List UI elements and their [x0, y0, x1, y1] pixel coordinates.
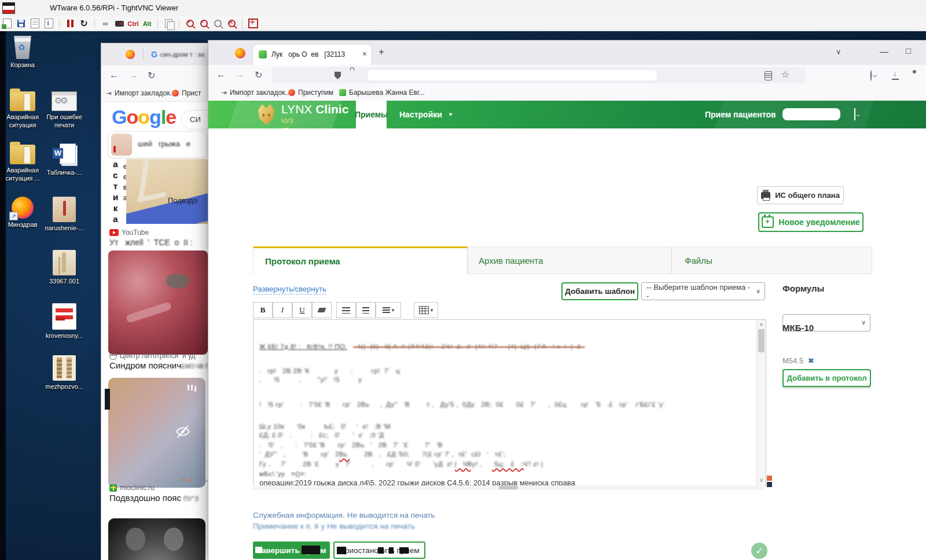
back-icon[interactable]: ←	[109, 70, 119, 80]
zoom-in-icon[interactable]: +	[185, 19, 195, 29]
calendar-plus-icon	[762, 216, 774, 228]
desktop-icon-narushenie[interactable]: narushenie-...	[44, 197, 84, 233]
minimize-icon[interactable]: —	[880, 46, 888, 56]
result-title-blurred[interactable]: Ут жлеll ' ТСЕ о II :	[109, 238, 193, 247]
google-search-box[interactable]: СИ	[181, 110, 208, 130]
editor-hscrollbar[interactable]	[253, 485, 765, 490]
nav-receptions[interactable]: Приемы	[356, 101, 387, 128]
search-suggestion-row[interactable]: шей грыжа е	[108, 131, 207, 158]
refresh-icon[interactable]: ↻	[79, 19, 89, 29]
reload-icon[interactable]: ↻	[255, 69, 262, 80]
result2-title[interactable]: Синдром поясничЕМО ЧВ ПО	[109, 360, 208, 370]
shield-icon[interactable]	[335, 72, 341, 79]
note-link[interactable]: Примечание к п. ё у Не выводится на печа…	[253, 522, 415, 530]
new-tab-icon[interactable]: +	[379, 46, 384, 58]
general-plan-button[interactable]: ИС общего плана	[757, 186, 844, 204]
printer-icon	[761, 192, 770, 199]
desktop-icon-33967[interactable]: 33967.001	[44, 250, 84, 286]
service-info-link[interactable]: Служебная информация. Не выводится на пе…	[253, 511, 435, 520]
anatomy-muscle-image[interactable]	[108, 250, 208, 355]
fullscreen-icon[interactable]	[248, 19, 258, 29]
scroll-up-icon[interactable]: ˄	[757, 322, 766, 328]
reload-icon[interactable]: ↻	[148, 70, 155, 81]
protocol-editor[interactable]: Ж 6Б! 7д 8! : КгВ!я, !! ПО.–4{{ {6}– 9[ …	[253, 319, 766, 486]
new-notification-button[interactable]: Новое уведомление	[758, 212, 863, 232]
tab-files[interactable]: Файлы	[671, 246, 872, 274]
pocket-icon[interactable]	[870, 70, 872, 81]
zoom-out-icon[interactable]: −	[199, 19, 209, 29]
finish-reception-button[interactable]: Завершить прием	[253, 541, 330, 559]
censored-image[interactable]	[108, 378, 205, 488]
bookmark-barysheva[interactable]: Барышева Жанна Евг...	[339, 89, 425, 97]
connection-options-icon[interactable]: ∞	[100, 19, 111, 29]
active-browser-tab[interactable]: Лук орь О ев [32113 ×	[253, 45, 372, 65]
source-row-youtube[interactable]: YouTube	[109, 229, 149, 237]
expand-collapse-link[interactable]: Развернуть/свернуть	[253, 285, 326, 294]
scroll-down-icon[interactable]: ˅	[757, 477, 766, 484]
bookmark-star-icon[interactable]: ☆	[781, 69, 789, 80]
editor-toolbar: B I U ▾ ▾	[253, 302, 438, 318]
ctrl-key-button[interactable]: Ctrl	[128, 19, 138, 29]
forward-icon[interactable]: →	[235, 69, 244, 80]
align-button[interactable]: ▾	[376, 302, 401, 318]
address-bar[interactable]: ☆	[272, 67, 806, 83]
source-row-mioclinic[interactable]: mioclinic.ru	[109, 484, 155, 492]
background-browser-window: G син-дром т : за ← → ↻ ⇥Импорт закладок…	[101, 43, 208, 560]
desktop-icon-recycle-bin[interactable]: Корзина	[2, 36, 43, 69]
recycle-bin-icon	[13, 36, 32, 59]
hscrollbar-thumb[interactable]	[499, 486, 518, 489]
italic-button[interactable]: I	[273, 302, 292, 318]
patient-reception-menu[interactable]: Прием пациентов▼	[705, 101, 787, 128]
desktop-icon-word-doc[interactable]: Табличка-...	[44, 143, 84, 177]
add-to-protocol-button[interactable]: Добавить в протокол	[782, 369, 871, 387]
alt-key-button[interactable]: Alt	[142, 19, 152, 29]
desktop-icon-emergency-folder[interactable]: Аварийная ситуация	[2, 91, 43, 130]
bold-button[interactable]: B	[253, 302, 273, 318]
numbered-list-button[interactable]	[356, 302, 376, 318]
underline-button[interactable]: U	[292, 302, 312, 318]
add-template-button[interactable]: Добавить шаблон	[561, 282, 638, 300]
exercise-image-caption: Подвздо	[168, 196, 197, 205]
desktop-icon-print-error[interactable]: При ошибке печати	[44, 91, 84, 130]
connection-info-icon[interactable]	[43, 19, 54, 29]
eraser-button[interactable]	[312, 302, 332, 318]
desktop-icon-minzdrav[interactable]: Минздрав	[2, 197, 43, 229]
exercise-image[interactable]: Подвздо	[126, 159, 208, 224]
reader-mode-icon[interactable]	[765, 71, 772, 80]
desktop-icon-mezhpozvo[interactable]: mezhpozvo...	[44, 355, 84, 391]
editor-scrollbar[interactable]: ˄ ˅	[756, 320, 766, 485]
zoom-fit-icon[interactable]: A	[226, 19, 237, 29]
tab-patient-archive[interactable]: Архив пациента	[468, 246, 671, 274]
mri-image[interactable]	[108, 518, 205, 560]
nav-settings[interactable]: Настройки▼	[399, 101, 453, 128]
remove-code-icon[interactable]: ✖	[808, 356, 814, 365]
pause-reception-button[interactable]: Приостановить прием	[333, 541, 425, 559]
back-icon[interactable]: ←	[216, 69, 226, 80]
logout-icon[interactable]	[854, 108, 855, 120]
scrollbar-thumb[interactable]	[758, 329, 765, 352]
template-select[interactable]: -- Выберите шаблон приема --	[641, 282, 765, 300]
keyboard-icon[interactable]	[114, 19, 124, 29]
desktop-icon-emergency-folder-2[interactable]: Аварийная ситуация ...	[2, 145, 43, 183]
bullet-list-button[interactable]	[336, 302, 356, 318]
forward-icon[interactable]: →	[129, 70, 138, 80]
bookmark-import[interactable]: ⇥Импорт закладок...	[106, 89, 176, 97]
bookmark-import[interactable]: ⇥Импорт закладок...	[221, 89, 291, 97]
maximize-icon[interactable]: □	[906, 46, 911, 56]
bg-tab-title[interactable]: син-дром т : за	[160, 51, 204, 58]
tab-list-chevron-icon[interactable]: ∨	[836, 47, 842, 56]
copy-icon[interactable]	[163, 19, 174, 29]
bookmark-pristupim[interactable]: Приступим	[288, 89, 333, 97]
tab-close-icon[interactable]: ×	[362, 49, 367, 58]
tab-protocol[interactable]: Протокол приема	[253, 246, 468, 274]
desktop-icon-krovenosny[interactable]: krovenosny...	[44, 303, 84, 340]
new-connection-icon[interactable]	[2, 19, 12, 29]
source-row-litho[interactable]: Центр литотрипси и уд	[109, 352, 196, 360]
zoom-100-icon[interactable]	[212, 19, 223, 29]
options-icon[interactable]	[30, 19, 40, 29]
result3-title[interactable]: Подвздошно пояс ПУ''З	[109, 493, 199, 503]
pause-icon[interactable]	[65, 19, 75, 29]
table-button[interactable]: ▾	[414, 302, 438, 318]
bookmark-pristupim[interactable]: Прист	[172, 89, 201, 97]
save-icon[interactable]	[16, 19, 26, 29]
